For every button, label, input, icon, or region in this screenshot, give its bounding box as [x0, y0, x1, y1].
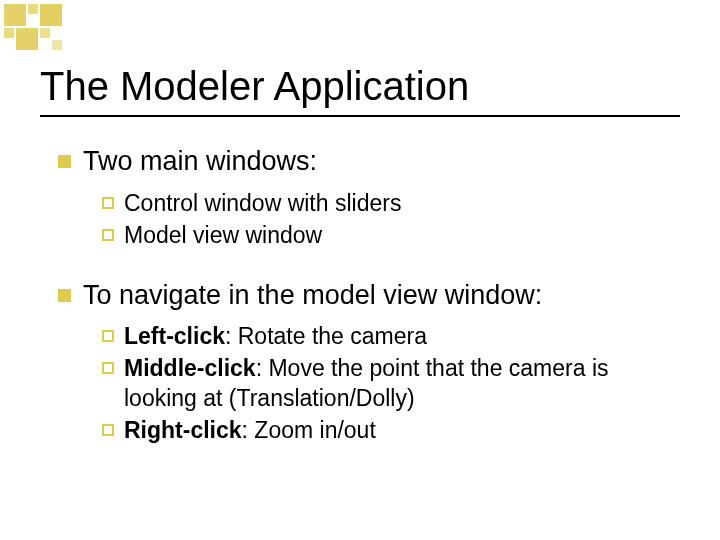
corner-decoration	[4, 4, 60, 48]
outline-square-bullet-icon	[102, 197, 114, 209]
outline-square-bullet-icon	[102, 330, 114, 342]
title-rule	[40, 115, 680, 117]
bullet-list-level2: Control window with sliders Model view w…	[58, 189, 680, 251]
slide-content: The Modeler Application Two main windows…	[0, 0, 720, 514]
item-text: Control window with sliders	[124, 189, 401, 219]
outline-square-bullet-icon	[102, 362, 114, 374]
square-bullet-icon	[58, 155, 71, 168]
item-text: Model view window	[124, 221, 322, 251]
bullet-list-level1: Two main windows: Control window with sl…	[40, 145, 680, 446]
list-item: Right-click: Zoom in/out	[102, 416, 680, 446]
list-item: Left-click: Rotate the camera	[102, 322, 680, 352]
outline-square-bullet-icon	[102, 229, 114, 241]
item-text: Left-click: Rotate the camera	[124, 322, 427, 352]
outline-square-bullet-icon	[102, 424, 114, 436]
list-item: Middle-click: Move the point that the ca…	[102, 354, 680, 414]
slide-title: The Modeler Application	[40, 64, 680, 109]
list-item: To navigate in the model view window: Le…	[58, 279, 680, 446]
section-heading: Two main windows:	[83, 145, 317, 179]
item-text: Middle-click: Move the point that the ca…	[124, 354, 680, 414]
square-bullet-icon	[58, 289, 71, 302]
section-heading: To navigate in the model view window:	[83, 279, 542, 313]
item-text: Right-click: Zoom in/out	[124, 416, 376, 446]
bullet-list-level2: Left-click: Rotate the camera Middle-cli…	[58, 322, 680, 446]
list-item: Control window with sliders	[102, 189, 680, 219]
list-item: Two main windows: Control window with sl…	[58, 145, 680, 251]
list-item: Model view window	[102, 221, 680, 251]
